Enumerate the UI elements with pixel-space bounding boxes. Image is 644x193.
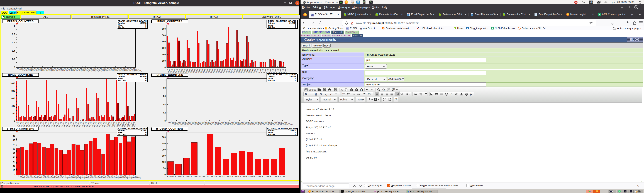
svg-text:R_10_DSSD: R_10_DSSD <box>246 176 254 177</box>
svg-text:200: 200 <box>162 149 166 151</box>
svg-text:T: T <box>356 89 357 91</box>
svg-text:0: 0 <box>295 26 296 28</box>
svg-text:0: 0 <box>164 173 166 176</box>
svg-text:0: 0 <box>146 80 146 82</box>
svg-text:70: 70 <box>13 143 15 146</box>
svg-text:“”: “” <box>362 93 366 96</box>
svg-text:0.8: 0.8 <box>162 87 166 89</box>
svg-text:R_14_DSSD: R_14_DSSD <box>278 176 286 177</box>
svg-text:0: 0 <box>295 80 296 82</box>
svg-text:500: 500 <box>162 34 166 37</box>
svg-text:S_DSSD_COUNTERS: S_DSSD_COUNTERS <box>7 127 34 130</box>
svg-text:R_13_DSSD: R_13_DSSD <box>270 176 278 177</box>
svg-text:0.6: 0.6 <box>162 95 166 97</box>
svg-text:R_8_DSSD: R_8_DSSD <box>230 176 238 177</box>
svg-text:Std Dev: Std Dev <box>118 80 126 82</box>
svg-text:Std Dev: Std Dev <box>268 133 275 136</box>
svg-text:R_3_DSSD: R_3_DSSD <box>191 176 198 177</box>
svg-text:60: 60 <box>13 148 15 150</box>
svg-text:250: 250 <box>162 142 166 145</box>
svg-text:DIV: DIV <box>368 93 370 95</box>
svg-text:I: I <box>310 93 311 96</box>
svg-text:400: 400 <box>162 40 166 43</box>
svg-text:1000: 1000 <box>10 82 15 85</box>
svg-text:Std Dev: Std Dev <box>268 80 275 82</box>
svg-text:80: 80 <box>13 139 15 142</box>
svg-text:50: 50 <box>163 167 166 170</box>
svg-text:0: 0 <box>146 26 146 28</box>
svg-text:b: b <box>382 88 383 90</box>
svg-text:Ω: Ω <box>450 93 452 96</box>
svg-text:R_9_DSSD: R_9_DSSD <box>238 176 246 177</box>
svg-text:0: 0 <box>164 66 166 69</box>
svg-text:R_7_DSSD: R_7_DSSD <box>222 176 230 177</box>
svg-text:100: 100 <box>162 161 166 163</box>
svg-text:200: 200 <box>12 112 15 115</box>
svg-text:1: 1 <box>164 78 166 81</box>
svg-text:50: 50 <box>13 152 15 154</box>
svg-text:0.8: 0.8 <box>12 33 15 35</box>
svg-text:2: 2 <box>332 93 332 94</box>
svg-text:200: 200 <box>162 53 166 56</box>
svg-text:R_12_DSSD: R_12_DSSD <box>262 176 270 177</box>
svg-text:R_4_DSSD: R_4_DSSD <box>198 176 206 177</box>
svg-text:0.4: 0.4 <box>12 50 15 52</box>
svg-text:0: 0 <box>295 133 296 136</box>
svg-text:300: 300 <box>162 47 166 49</box>
svg-text:400: 400 <box>12 105 15 107</box>
svg-text:600: 600 <box>162 28 166 30</box>
svg-text:a: a <box>384 90 384 91</box>
svg-text:0: 0 <box>14 66 15 69</box>
svg-text:RING2_COUNTERS: RING2_COUNTERS <box>158 20 182 23</box>
svg-text:0: 0 <box>164 120 166 122</box>
svg-text:0: 0 <box>146 133 146 136</box>
svg-text:0.2: 0.2 <box>12 58 15 60</box>
svg-text:U: U <box>315 93 317 95</box>
svg-text:R_1_DSSD: R_1_DSSD <box>175 176 182 177</box>
svg-text:B: B <box>305 93 307 96</box>
svg-text:R_0_DSSD: R_0_DSSD <box>167 176 174 177</box>
svg-text:W: W <box>361 89 362 91</box>
svg-text:Std Dev: Std Dev <box>118 26 126 28</box>
svg-text:x: x <box>325 93 326 95</box>
svg-text:300: 300 <box>162 136 166 139</box>
svg-text:BPARIS_COUNTERS: BPARIS_COUNTERS <box>156 73 183 76</box>
svg-text:800: 800 <box>12 90 15 92</box>
svg-text:R_DSSD_COUNTERS: R_DSSD_COUNTERS <box>156 127 183 130</box>
svg-text:1: 1 <box>14 25 15 27</box>
svg-text:0.6: 0.6 <box>12 41 15 44</box>
svg-text:100: 100 <box>162 60 166 62</box>
svg-text:0: 0 <box>14 120 15 122</box>
svg-text:Std Dev: Std Dev <box>118 133 126 136</box>
svg-text:>_: >_ <box>624 191 626 192</box>
svg-text:R_5_DSSD: R_5_DSSD <box>206 176 214 177</box>
svg-text:90: 90 <box>13 135 15 137</box>
svg-text:>_: >_ <box>630 191 632 192</box>
svg-text:30: 30 <box>13 161 15 163</box>
svg-text:10: 10 <box>13 169 15 172</box>
svg-text:2: 2 <box>342 95 343 96</box>
svg-text:1: 1 <box>342 93 343 94</box>
svg-text:ABC: ABC <box>392 88 395 90</box>
svg-text:FPARIS_COUNTERS: FPARIS_COUNTERS <box>7 20 34 23</box>
svg-text:40: 40 <box>13 156 15 159</box>
svg-text:R_6_DSSD: R_6_DSSD <box>214 176 222 177</box>
svg-text:0: 0 <box>14 173 15 176</box>
svg-text:fx: fx <box>470 93 472 96</box>
svg-text:20: 20 <box>13 165 15 167</box>
svg-text:0.2: 0.2 <box>162 112 166 114</box>
svg-text:2: 2 <box>326 94 327 96</box>
svg-text:x: x <box>330 93 331 96</box>
svg-text:0.4: 0.4 <box>162 103 166 106</box>
svg-text:Std Dev: Std Dev <box>268 26 275 28</box>
svg-text:600: 600 <box>12 97 15 100</box>
svg-text:R_11_DSSD: R_11_DSSD <box>254 176 262 177</box>
svg-text:x: x <box>337 95 338 96</box>
svg-text:RING3_COUNTERS: RING3_COUNTERS <box>8 73 33 76</box>
svg-text:R_2_DSSD: R_2_DSSD <box>183 176 190 177</box>
svg-text:150: 150 <box>162 155 166 157</box>
